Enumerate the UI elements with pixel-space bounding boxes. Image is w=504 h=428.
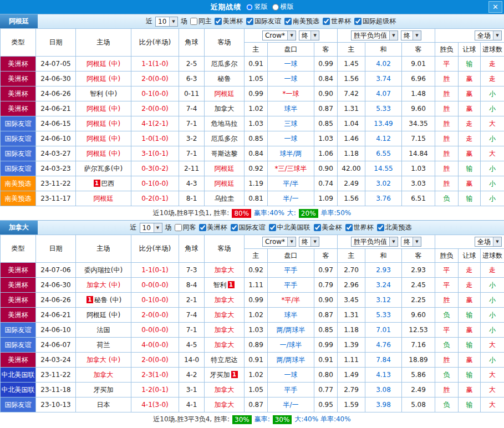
- score-cell: 2-0(0-0): [131, 72, 179, 86]
- competition-checkbox[interactable]: [246, 18, 253, 25]
- asia-home-odds-cell: 0.81: [245, 191, 268, 206]
- asia-final-select[interactable]: 终 ▼: [299, 237, 319, 247]
- result-cell: 胜: [435, 176, 459, 191]
- competition-filter[interactable]: 南美预选: [284, 17, 319, 26]
- competition-filter[interactable]: 中北美国联: [269, 223, 310, 232]
- home-team-cell: 荷兰: [76, 338, 131, 353]
- europe-odds-select[interactable]: 胜平负均值 ▼: [351, 237, 398, 247]
- handicap-cell: *三/三球半: [268, 161, 314, 176]
- europe-home-odds-cell: 7.42: [338, 86, 365, 101]
- score-cell: 1-0(1-0): [131, 131, 179, 146]
- date-cell: 24-06-21: [36, 308, 76, 323]
- score-cell: 1-2(0-1): [131, 383, 179, 398]
- sub-header-asia-home: 主: [245, 43, 268, 57]
- asia-odds-header: Crow* ▼ 终 ▼: [245, 235, 338, 249]
- europe-away-odds-cell: 2.45: [402, 278, 435, 293]
- scope-select[interactable]: 全场 ▼: [475, 30, 502, 40]
- corner-cell: 7-1: [179, 116, 205, 131]
- chevron-down-icon: ▼: [287, 31, 296, 40]
- result-cell: 胜: [435, 131, 459, 146]
- horizontal-radio[interactable]: [272, 4, 279, 11]
- competition-filter[interactable]: 国际友谊: [246, 17, 281, 26]
- date-cell: 24-06-07: [36, 338, 76, 353]
- home-team-cell: 牙买加: [76, 383, 131, 398]
- competition-checkbox[interactable]: [284, 18, 292, 25]
- europe-draw-odds-cell: 4.12: [365, 131, 402, 146]
- home-team-cell-label: 智利 (中): [90, 90, 117, 98]
- odds-company-select[interactable]: Crow* ▼: [262, 237, 296, 247]
- competition-checkbox[interactable]: [215, 18, 222, 25]
- away-team-cell-label: 加拿大: [215, 105, 235, 113]
- result-cell: 平: [435, 263, 459, 278]
- col-header-away: 客场: [205, 29, 245, 57]
- corner-cell: 8-1: [179, 191, 205, 206]
- europe-home-odds-cell: 1.45: [338, 57, 365, 72]
- rate-badge: 30%: [273, 415, 292, 424]
- sub-header-asia-home: 主: [245, 249, 268, 263]
- competition-checkbox[interactable]: [323, 18, 330, 25]
- competition-filter[interactable]: 美洲杯: [215, 17, 243, 26]
- competition-checkbox[interactable]: [314, 224, 321, 231]
- competition-filter[interactable]: 美金杯: [314, 223, 342, 232]
- home-team-cell: 阿根廷: [76, 191, 131, 206]
- scope-select[interactable]: 全场 ▼: [475, 237, 502, 247]
- competition-filter[interactable]: 北美预选: [377, 223, 412, 232]
- competition-label: 北美预选: [385, 223, 412, 232]
- handicap-result-cell: 走: [459, 131, 481, 146]
- layout-option-horizontal[interactable]: 横版: [272, 2, 294, 12]
- goals-result-cell: 大: [481, 146, 504, 161]
- competition-checkbox[interactable]: [199, 224, 206, 231]
- competition-checkbox[interactable]: [269, 224, 276, 231]
- match-type-cell: 南美预选: [1, 176, 36, 191]
- home-team-cell-label: 日本: [97, 401, 110, 409]
- away-team-cell-label: 阿根廷: [215, 90, 235, 98]
- competition-filter[interactable]: 美洲杯: [199, 223, 227, 232]
- games-count-select[interactable]: 10 ▼: [140, 223, 162, 233]
- handicap-result-cell: 输: [459, 398, 481, 412]
- date-cell: 23-11-17: [36, 191, 76, 206]
- competition-filter[interactable]: 国际超级杯: [354, 17, 396, 26]
- close-icon[interactable]: ✕: [488, 1, 502, 13]
- match-type-cell: 国际友谊: [1, 116, 36, 131]
- asia-away-odds-cell: 1.06: [314, 146, 338, 161]
- competition-checkbox[interactable]: [377, 224, 384, 231]
- same-venue-filter[interactable]: 同客: [175, 223, 196, 232]
- goals-result-cell: 小: [481, 176, 504, 191]
- vertical-radio[interactable]: [246, 4, 253, 11]
- europe-away-odds-cell: 6.51: [402, 191, 435, 206]
- competition-checkbox[interactable]: [354, 18, 362, 25]
- score-cell: 4-1(3-0): [131, 398, 179, 412]
- handicap-cell: 球半/两: [268, 146, 314, 161]
- competition-checkbox[interactable]: [231, 224, 238, 231]
- goals-result-cell: 大: [481, 338, 504, 353]
- layout-option-vertical[interactable]: 竖版: [246, 2, 268, 12]
- competition-checkbox[interactable]: [345, 224, 353, 231]
- competition-filter[interactable]: 世界杯: [323, 17, 351, 26]
- same-venue-checkbox[interactable]: [190, 18, 197, 25]
- sub-header-europe-away: 客: [402, 43, 435, 57]
- handicap-result-cell: 走: [459, 263, 481, 278]
- europe-final-select[interactable]: 终 ▼: [401, 237, 421, 247]
- competition-label: 南美预选: [293, 17, 319, 26]
- competition-label: 国际友谊: [239, 223, 266, 232]
- asia-home-odds-cell: 1.02: [245, 101, 268, 116]
- asia-away-odds-cell: 0.80: [314, 368, 338, 383]
- away-team-cell-label: 特立尼达: [211, 356, 238, 364]
- goals-result-cell: 走: [481, 72, 504, 86]
- result-cell: 平: [435, 323, 459, 338]
- asia-home-odds-cell: 0.92: [245, 263, 268, 278]
- europe-odds-select[interactable]: 胜平负均值 ▼: [351, 30, 398, 40]
- asia-final-select[interactable]: 终 ▼: [299, 30, 319, 40]
- chevron-down-icon: ▼: [310, 31, 319, 40]
- same-venue-checkbox[interactable]: [175, 224, 182, 231]
- games-count-select[interactable]: 10 ▼: [155, 17, 178, 27]
- away-team-cell: 哥斯达黎: [205, 146, 245, 161]
- same-venue-filter[interactable]: 同主: [190, 17, 212, 26]
- handicap-cell: 平手: [268, 383, 314, 398]
- europe-final-select[interactable]: 终 ▼: [401, 30, 421, 40]
- europe-away-odds-cell: 9.60: [402, 101, 435, 116]
- competition-filter[interactable]: 世界杯: [345, 223, 374, 232]
- competition-filter[interactable]: 国际友谊: [231, 223, 266, 232]
- table-row: 美洲杯24-07-05阿根廷 (中)1-1(1-0)2-5厄瓜多尔0.91一球0…: [1, 57, 504, 72]
- odds-company-select[interactable]: Crow* ▼: [262, 30, 296, 40]
